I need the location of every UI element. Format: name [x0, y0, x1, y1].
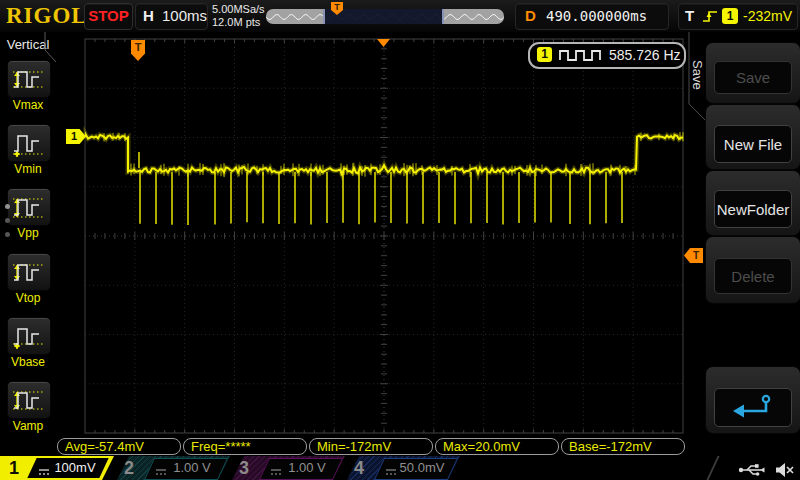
- softkey-slot: [705, 366, 800, 434]
- menu-item-vmin[interactable]: Vmin: [7, 124, 51, 176]
- softkey-slot: Delete: [705, 236, 800, 304]
- trigger-source-badge: 1: [722, 8, 738, 24]
- delete-button[interactable]: Delete: [714, 258, 792, 294]
- channel-scale: 1.00 V: [278, 460, 336, 475]
- measurement-freq: Freq=*****: [183, 438, 307, 455]
- measurement-avg: Avg=-57.4mV: [57, 438, 181, 455]
- delay-label: D: [525, 7, 536, 24]
- square-wave-icon: [558, 47, 604, 68]
- channel3-status[interactable]: 3 1.00 V: [232, 456, 345, 480]
- channel-scale: 100mV: [46, 460, 104, 475]
- menu-item-vpp[interactable]: Vpp: [7, 188, 51, 240]
- delay-group: D 490.000000ms: [515, 3, 669, 30]
- status-icons: [738, 460, 799, 478]
- channel-number: 2: [124, 457, 134, 479]
- return-arrow-icon: [731, 393, 775, 423]
- vbase-icon: [11, 321, 47, 351]
- new-folder-button[interactable]: NewFolder: [714, 190, 792, 228]
- timebase-label: H: [143, 7, 154, 24]
- channel4-status[interactable]: 4 50.0mV: [347, 456, 460, 480]
- vtop-icon: [11, 257, 47, 287]
- rising-edge-icon: [701, 8, 719, 25]
- vmax-icon: [11, 64, 47, 94]
- frequency-counter: 1 585.726 Hz: [528, 42, 686, 69]
- memory-depth-value: 12.0M pts: [212, 16, 265, 29]
- top-status-bar: RIGOL STOP H 100ms 5.00MSa/s 12.0M pts T…: [0, 0, 800, 32]
- menu-item-label: Vbase: [0, 355, 56, 369]
- timebase-group[interactable]: H 100ms: [135, 3, 208, 30]
- freq-channel-badge: 1: [537, 47, 552, 62]
- sample-rate-value: 5.00MSa/s: [212, 3, 265, 16]
- menu-item-label: Vtop: [0, 291, 56, 305]
- page-indicator-dot: [5, 232, 10, 237]
- menu-item-label: Vmin: [0, 162, 56, 176]
- channel-number: 1: [9, 457, 19, 479]
- vertical-measure-menu: Vertical Vmax Vmin Vpp Vtop Vbase Vamp: [0, 32, 56, 456]
- channel1-status[interactable]: 1 100mV: [0, 456, 114, 480]
- softkey-slot: Save: [705, 42, 800, 104]
- measurement-min: Min=-172mV: [309, 438, 433, 455]
- delay-value: 490.000000ms: [546, 8, 647, 24]
- menu-tab-save: Save: [689, 44, 705, 106]
- menu-item-vamp[interactable]: Vamp: [7, 381, 51, 433]
- page-indicator-dot: [5, 204, 10, 209]
- measurement-base: Base=-172mV: [561, 438, 685, 455]
- trigger-label: T: [685, 7, 694, 24]
- divider: [706, 456, 719, 480]
- channel-scale: 50.0mV: [393, 460, 451, 475]
- menu-item-vtop[interactable]: Vtop: [7, 253, 51, 305]
- horizontal-preview-bar: [266, 9, 504, 24]
- trigger-group[interactable]: T 1 -232mV: [678, 3, 798, 30]
- usb-icon: [738, 462, 766, 477]
- menu-item-vbase[interactable]: Vbase: [7, 317, 51, 369]
- vamp-icon: [11, 385, 47, 415]
- measurement-max: Max=20.0mV: [435, 438, 559, 455]
- vmin-icon: [11, 128, 47, 158]
- channel2-status[interactable]: 2 1.00 V: [117, 456, 230, 480]
- acquisition-info: 5.00MSa/s 12.0M pts: [212, 3, 265, 29]
- page-indicator-dot: [5, 218, 10, 223]
- softkey-slot: NewFolder: [705, 170, 800, 236]
- brand-logo: RIGOL: [6, 3, 88, 29]
- softkey-slot: New File: [705, 104, 800, 170]
- vpp-icon: [11, 192, 47, 222]
- oscilloscope-screen: RIGOL STOP H 100ms 5.00MSa/s 12.0M pts T…: [0, 0, 800, 480]
- save-button[interactable]: Save: [714, 61, 792, 94]
- channel-number: 4: [354, 457, 364, 479]
- menu-item-label: Vmax: [0, 98, 56, 112]
- menu-item-vmax[interactable]: Vmax: [7, 60, 51, 112]
- speaker-muted-icon: [775, 462, 794, 478]
- new-file-button[interactable]: New File: [714, 125, 792, 163]
- trigger-level-value: -232mV: [743, 8, 792, 24]
- freq-value: 585.726 Hz: [609, 47, 681, 63]
- return-button[interactable]: [714, 388, 792, 427]
- save-menu: Save Save New File NewFolder Delete: [688, 32, 800, 456]
- channel-scale: 1.00 V: [163, 460, 221, 475]
- timebase-value: 100ms: [162, 7, 207, 24]
- channel-number: 3: [239, 457, 249, 479]
- ch1-waveform: [0, 0, 800, 480]
- channel-status-bar: 1 100mV 2 1.00 V 3 1.00: [0, 456, 800, 480]
- run-state-badge: STOP: [84, 3, 133, 30]
- menu-item-label: Vamp: [0, 419, 56, 433]
